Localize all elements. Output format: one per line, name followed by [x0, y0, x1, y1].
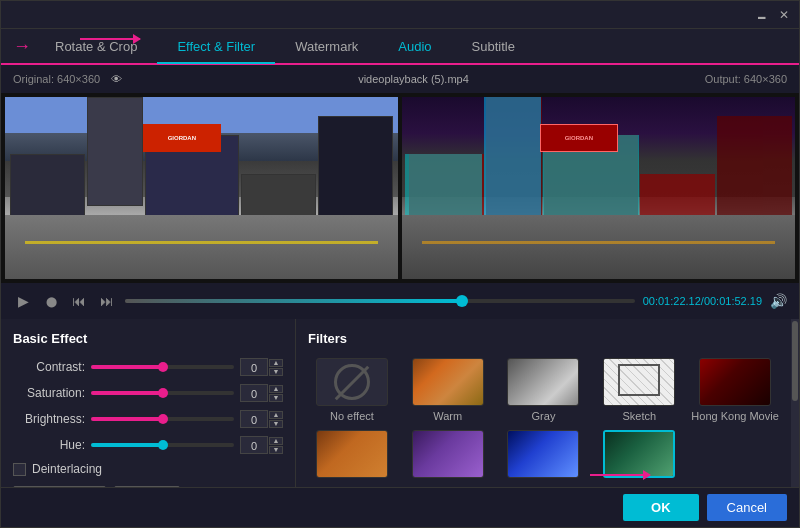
volume-icon[interactable]: 🔊: [770, 293, 787, 309]
hue-slider[interactable]: [91, 443, 234, 447]
output-resolution: Output: 640×360: [705, 73, 787, 85]
brightness-down[interactable]: ▼: [269, 420, 283, 428]
filter-no-effect[interactable]: No effect: [308, 358, 396, 422]
filter-gray-thumb: [507, 358, 579, 406]
filter-sketch[interactable]: Sketch: [595, 358, 683, 422]
basic-effect-panel: Basic Effect Contrast: 0 ▲ ▼: [1, 319, 296, 487]
scrollbar[interactable]: [791, 319, 799, 487]
filter-sketch-thumb: [603, 358, 675, 406]
filter-r2-3[interactable]: [500, 430, 588, 482]
hue-label: Hue:: [13, 438, 85, 452]
contrast-value-box: 0 ▲ ▼: [240, 358, 283, 376]
file-info-bar: Original: 640×360 👁 videoplayback (5).mp…: [1, 65, 799, 93]
filter-r2-1-thumb: [316, 430, 388, 478]
contrast-row: Contrast: 0 ▲ ▼: [13, 358, 283, 376]
scroll-thumb[interactable]: [792, 321, 798, 401]
hue-thumb[interactable]: [158, 440, 168, 450]
contrast-arrows: ▲ ▼: [269, 359, 283, 376]
progress-thumb[interactable]: [456, 295, 468, 307]
saturation-row: Saturation: 0 ▲ ▼: [13, 384, 283, 402]
window-controls: 🗕 ✕: [755, 8, 791, 22]
saturation-label: Saturation:: [13, 386, 85, 400]
tab-arrow-annotation: [80, 38, 140, 40]
tab-effect-filter[interactable]: Effect & Filter: [157, 31, 275, 64]
filter-hk-movie-label: Hong Kong Movie: [691, 410, 778, 422]
filter-warm-thumb: [412, 358, 484, 406]
brightness-value-box: 0 ▲ ▼: [240, 410, 283, 428]
saturation-slider[interactable]: [91, 391, 234, 395]
hue-arrows: ▲ ▼: [269, 437, 283, 454]
filters-grid: No effect Warm Gray: [308, 358, 779, 482]
contrast-value[interactable]: 0: [240, 358, 268, 376]
hue-up[interactable]: ▲: [269, 437, 283, 445]
filter-r2-2[interactable]: [404, 430, 492, 482]
tab-watermark[interactable]: Watermark: [275, 31, 378, 62]
play-button[interactable]: ▶: [13, 291, 33, 311]
filter-gray-label: Gray: [532, 410, 556, 422]
hue-down[interactable]: ▼: [269, 446, 283, 454]
ok-button[interactable]: OK: [623, 494, 699, 521]
filter-warm[interactable]: Warm: [404, 358, 492, 422]
contrast-up[interactable]: ▲: [269, 359, 283, 367]
saturation-value[interactable]: 0: [240, 384, 268, 402]
filter-warm-label: Warm: [433, 410, 462, 422]
next-button[interactable]: ⏭: [97, 291, 117, 311]
tabs-bar: → Rotate & Crop Effect & Filter Watermar…: [1, 29, 799, 65]
saturation-value-box: 0 ▲ ▼: [240, 384, 283, 402]
prev-button[interactable]: ⏮: [69, 291, 89, 311]
preview-area: GIORDAN: [1, 93, 799, 283]
brightness-arrows: ▲ ▼: [269, 411, 283, 428]
saturation-up[interactable]: ▲: [269, 385, 283, 393]
hue-value[interactable]: 0: [240, 436, 268, 454]
original-resolution: Original: 640×360 👁: [13, 73, 122, 85]
tab-audio[interactable]: Audio: [378, 31, 451, 62]
filter-r2-4-thumb: [603, 430, 675, 478]
hue-value-box: 0 ▲ ▼: [240, 436, 283, 454]
stop-button[interactable]: ⬤: [41, 291, 61, 311]
main-window: 🗕 ✕ → Rotate & Crop Effect & Filter Wate…: [0, 0, 800, 528]
tab-arrow-icon: →: [13, 36, 31, 57]
filter-hk-movie[interactable]: Hong Kong Movie: [691, 358, 779, 422]
tab-subtitle[interactable]: Subtitle: [452, 31, 535, 62]
deinterlacing-label: Deinterlacing: [32, 462, 102, 476]
hue-row: Hue: 0 ▲ ▼: [13, 436, 283, 454]
brightness-row: Brightness: 0 ▲ ▼: [13, 410, 283, 428]
bottom-action-bar: OK Cancel: [1, 487, 799, 527]
cancel-button[interactable]: Cancel: [707, 494, 787, 521]
filter-gray[interactable]: Gray: [500, 358, 588, 422]
brightness-fill: [91, 417, 163, 421]
playback-controls: ▶ ⬤ ⏮ ⏭ 00:01:22.12/00:01:52.19 🔊: [1, 283, 799, 319]
filter-sketch-label: Sketch: [622, 410, 656, 422]
eye-icon[interactable]: 👁: [111, 73, 122, 85]
filter-r2-1[interactable]: [308, 430, 396, 482]
deinterlacing-checkbox[interactable]: [13, 463, 26, 476]
filename-display: videoplayback (5).mp4: [358, 73, 469, 85]
filter-no-effect-label: No effect: [330, 410, 374, 422]
bottom-panel: Basic Effect Contrast: 0 ▲ ▼: [1, 319, 799, 487]
contrast-fill: [91, 365, 163, 369]
basic-effect-title: Basic Effect: [13, 331, 283, 346]
progress-fill: [125, 299, 461, 303]
close-button[interactable]: ✕: [777, 8, 791, 22]
filters-panel: Filters No effect Warm: [296, 319, 791, 487]
hue-fill: [91, 443, 163, 447]
filter-r2-2-thumb: [412, 430, 484, 478]
no-effect-icon: [334, 364, 370, 400]
minimize-button[interactable]: 🗕: [755, 8, 769, 22]
progress-bar[interactable]: [125, 299, 635, 303]
contrast-label: Contrast:: [13, 360, 85, 374]
saturation-thumb[interactable]: [158, 388, 168, 398]
brightness-slider[interactable]: [91, 417, 234, 421]
contrast-thumb[interactable]: [158, 362, 168, 372]
filter-hk-movie-thumb: [699, 358, 771, 406]
saturation-down[interactable]: ▼: [269, 394, 283, 402]
filter-no-effect-thumb: [316, 358, 388, 406]
contrast-slider[interactable]: [91, 365, 234, 369]
brightness-up[interactable]: ▲: [269, 411, 283, 419]
brightness-thumb[interactable]: [158, 414, 168, 424]
original-preview: GIORDAN: [5, 97, 398, 279]
title-bar: 🗕 ✕: [1, 1, 799, 29]
filtered-preview: GIORDAN: [402, 97, 795, 279]
contrast-down[interactable]: ▼: [269, 368, 283, 376]
brightness-value[interactable]: 0: [240, 410, 268, 428]
